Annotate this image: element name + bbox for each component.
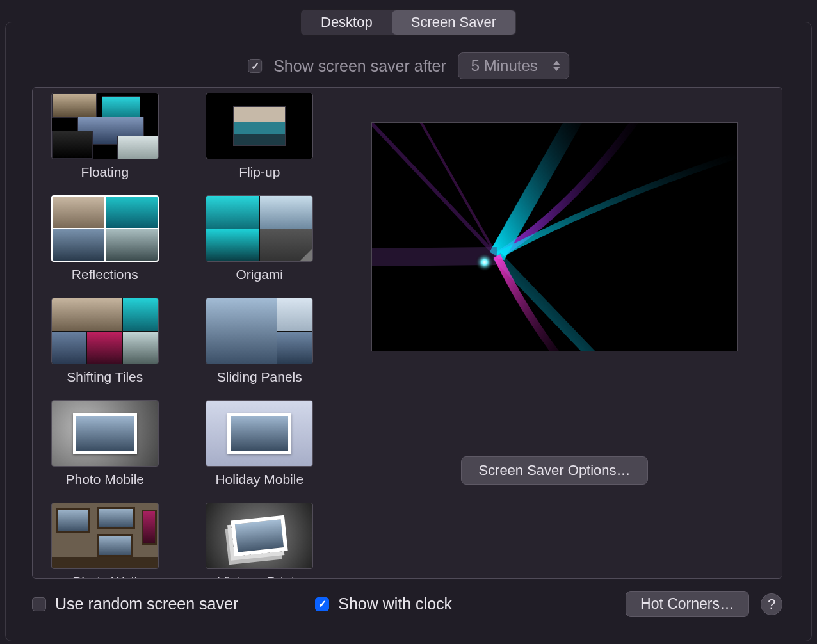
saver-grid[interactable]: Floating Flip-up Reflections Origami: [33, 88, 327, 578]
show-after-value: 5 Minutes: [471, 57, 538, 75]
saver-vintage-prints[interactable]: Vintage Prints: [202, 503, 318, 578]
saver-label: Floating: [81, 165, 129, 180]
saver-holiday-mobile[interactable]: Holiday Mobile: [202, 400, 318, 487]
saver-label: Sliding Panels: [217, 369, 302, 385]
saver-reflections[interactable]: Reflections: [47, 195, 163, 282]
saver-label: Shifting Tiles: [67, 369, 143, 385]
hot-corners-button[interactable]: Hot Corners…: [626, 591, 749, 617]
screen-saver-options-button[interactable]: Screen Saver Options…: [461, 456, 647, 485]
saver-label: Photo Mobile: [65, 472, 144, 487]
show-with-clock-checkbox[interactable]: [315, 597, 329, 611]
show-after-checkbox[interactable]: [248, 59, 262, 73]
tab-screen-saver[interactable]: Screen Saver: [392, 10, 515, 35]
saver-thumb-origami: [206, 195, 313, 262]
saver-flipup[interactable]: Flip-up: [202, 93, 318, 180]
saver-label: Flip-up: [239, 165, 280, 180]
saver-thumb-reflections: [51, 195, 159, 262]
content-split: Floating Flip-up Reflections Origami: [32, 87, 782, 579]
saver-thumb-photo-mobile: [51, 400, 159, 467]
saver-shifting-tiles[interactable]: Shifting Tiles: [47, 298, 163, 385]
saver-floating[interactable]: Floating: [47, 93, 163, 180]
saver-thumb-shifting: [51, 298, 159, 364]
tab-desktop[interactable]: Desktop: [302, 10, 392, 35]
saver-origami[interactable]: Origami: [202, 195, 318, 282]
preview-screen: [371, 122, 738, 351]
saver-label: Origami: [236, 267, 283, 282]
show-with-clock-label: Show with clock: [338, 595, 452, 613]
saver-thumb-photo-wall: [51, 503, 159, 569]
preview-pane: Screen Saver Options…: [327, 88, 782, 578]
saver-thumb-flipup: [206, 93, 313, 159]
bottom-row: Use random screen saver Show with clock …: [32, 591, 782, 617]
random-saver-checkbox[interactable]: [32, 597, 46, 611]
random-saver-label: Use random screen saver: [55, 595, 238, 613]
saver-thumb-sliding: [206, 298, 313, 364]
preview-lightbeams-icon: [372, 123, 738, 351]
saver-sliding-panels[interactable]: Sliding Panels: [202, 298, 318, 385]
saver-label: Photo Wall: [72, 574, 137, 578]
saver-photo-wall[interactable]: Photo Wall: [47, 503, 163, 578]
svg-point-0: [458, 218, 535, 294]
help-button[interactable]: ?: [761, 593, 782, 615]
tab-group: Desktop Screen Saver: [300, 9, 517, 36]
chevron-updown-icon: [553, 61, 560, 71]
show-after-dropdown[interactable]: 5 Minutes: [458, 52, 569, 79]
saver-label: Holiday Mobile: [215, 472, 303, 487]
saver-thumb-vintage: [206, 503, 313, 569]
show-after-label: Show screen saver after: [273, 57, 446, 76]
saver-label: Reflections: [72, 267, 138, 282]
show-after-row: Show screen saver after 5 Minutes: [248, 52, 569, 79]
saver-photo-mobile[interactable]: Photo Mobile: [47, 400, 163, 487]
saver-label: Vintage Prints: [218, 574, 301, 578]
saver-thumb-floating: [51, 93, 159, 159]
saver-thumb-holiday-mobile: [206, 400, 313, 467]
